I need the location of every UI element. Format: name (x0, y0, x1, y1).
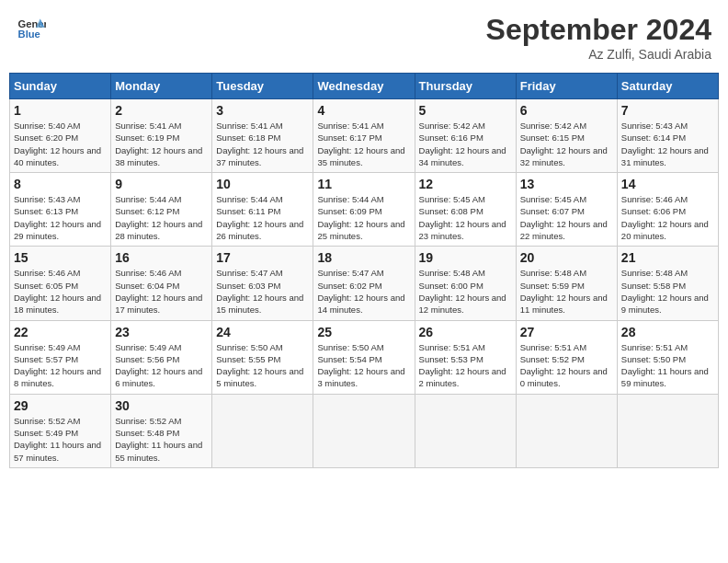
calendar-day-empty-4-5 (516, 394, 617, 467)
calendar-day-4: 4 Sunrise: 5:41 AMSunset: 6:17 PMDayligh… (313, 99, 415, 173)
calendar-day-5: 5 Sunrise: 5:42 AMSunset: 6:16 PMDayligh… (415, 99, 516, 173)
location: Az Zulfi, Saudi Arabia (486, 47, 711, 62)
calendar-day-3: 3 Sunrise: 5:41 AMSunset: 6:18 PMDayligh… (212, 99, 313, 173)
calendar-day-30: 30 Sunrise: 5:52 AMSunset: 5:48 PMDaylig… (111, 394, 212, 467)
month-title: September 2024 (486, 13, 711, 47)
calendar-table: SundayMondayTuesdayWednesdayThursdayFrid… (9, 73, 719, 468)
logo: General Blue (17, 13, 46, 42)
logo-icon: General Blue (17, 13, 46, 42)
calendar-day-16: 16 Sunrise: 5:46 AMSunset: 6:04 PMDaylig… (111, 247, 212, 320)
calendar-day-empty-4-4 (415, 394, 516, 467)
calendar-day-26: 26 Sunrise: 5:51 AMSunset: 5:53 PMDaylig… (415, 320, 516, 394)
calendar-day-empty-4-2 (212, 394, 313, 467)
calendar-day-23: 23 Sunrise: 5:49 AMSunset: 5:56 PMDaylig… (111, 320, 212, 394)
calendar-day-21: 21 Sunrise: 5:48 AMSunset: 5:58 PMDaylig… (617, 247, 718, 320)
day-info: Sunrise: 5:40 AMSunset: 6:20 PMDaylight:… (14, 120, 107, 168)
calendar-week-0: 1 Sunrise: 5:40 AMSunset: 6:20 PMDayligh… (10, 99, 719, 173)
weekday-header-wednesday: Wednesday (313, 74, 415, 99)
calendar-day-6: 6 Sunrise: 5:42 AMSunset: 6:15 PMDayligh… (516, 99, 617, 173)
calendar-day-1: 1 Sunrise: 5:40 AMSunset: 6:20 PMDayligh… (10, 99, 111, 173)
svg-text:Blue: Blue (18, 29, 40, 40)
calendar-day-2: 2 Sunrise: 5:41 AMSunset: 6:19 PMDayligh… (111, 99, 212, 173)
calendar-day-14: 14 Sunrise: 5:46 AMSunset: 6:06 PMDaylig… (617, 173, 718, 247)
weekday-header-tuesday: Tuesday (212, 74, 313, 99)
page-header: General Blue September 2024 Az Zulfi, Sa… (9, 9, 719, 65)
calendar-day-25: 25 Sunrise: 5:50 AMSunset: 5:54 PMDaylig… (313, 320, 415, 394)
calendar-day-11: 11 Sunrise: 5:44 AMSunset: 6:09 PMDaylig… (313, 173, 415, 247)
calendar-week-1: 8 Sunrise: 5:43 AMSunset: 6:13 PMDayligh… (10, 173, 719, 247)
calendar-day-15: 15 Sunrise: 5:46 AMSunset: 6:05 PMDaylig… (10, 247, 111, 320)
calendar-day-13: 13 Sunrise: 5:45 AMSunset: 6:07 PMDaylig… (516, 173, 617, 247)
weekday-header-saturday: Saturday (617, 74, 718, 99)
day-number: 1 (14, 103, 107, 118)
calendar-day-empty-4-6 (617, 394, 718, 467)
calendar-day-28: 28 Sunrise: 5:51 AMSunset: 5:50 PMDaylig… (617, 320, 718, 394)
calendar-day-20: 20 Sunrise: 5:48 AMSunset: 5:59 PMDaylig… (516, 247, 617, 320)
calendar-day-29: 29 Sunrise: 5:52 AMSunset: 5:49 PMDaylig… (10, 394, 111, 467)
calendar-day-17: 17 Sunrise: 5:47 AMSunset: 6:03 PMDaylig… (212, 247, 313, 320)
calendar-week-2: 15 Sunrise: 5:46 AMSunset: 6:05 PMDaylig… (10, 247, 719, 320)
calendar-day-22: 22 Sunrise: 5:49 AMSunset: 5:57 PMDaylig… (10, 320, 111, 394)
weekday-header-friday: Friday (516, 74, 617, 99)
title-area: September 2024 Az Zulfi, Saudi Arabia (486, 13, 711, 62)
calendar-day-18: 18 Sunrise: 5:47 AMSunset: 6:02 PMDaylig… (313, 247, 415, 320)
calendar-day-27: 27 Sunrise: 5:51 AMSunset: 5:52 PMDaylig… (516, 320, 617, 394)
calendar-day-10: 10 Sunrise: 5:44 AMSunset: 6:11 PMDaylig… (212, 173, 313, 247)
calendar-day-9: 9 Sunrise: 5:44 AMSunset: 6:12 PMDayligh… (111, 173, 212, 247)
calendar-day-19: 19 Sunrise: 5:48 AMSunset: 6:00 PMDaylig… (415, 247, 516, 320)
weekday-header-sunday: Sunday (10, 74, 111, 99)
calendar-day-8: 8 Sunrise: 5:43 AMSunset: 6:13 PMDayligh… (10, 173, 111, 247)
calendar-day-12: 12 Sunrise: 5:45 AMSunset: 6:08 PMDaylig… (415, 173, 516, 247)
calendar-week-3: 22 Sunrise: 5:49 AMSunset: 5:57 PMDaylig… (10, 320, 719, 394)
calendar-day-24: 24 Sunrise: 5:50 AMSunset: 5:55 PMDaylig… (212, 320, 313, 394)
weekday-header-row: SundayMondayTuesdayWednesdayThursdayFrid… (10, 74, 719, 99)
calendar-day-7: 7 Sunrise: 5:43 AMSunset: 6:14 PMDayligh… (617, 99, 718, 173)
calendar-week-4: 29 Sunrise: 5:52 AMSunset: 5:49 PMDaylig… (10, 394, 719, 467)
calendar-day-empty-4-3 (313, 394, 415, 467)
weekday-header-monday: Monday (111, 74, 212, 99)
weekday-header-thursday: Thursday (415, 74, 516, 99)
